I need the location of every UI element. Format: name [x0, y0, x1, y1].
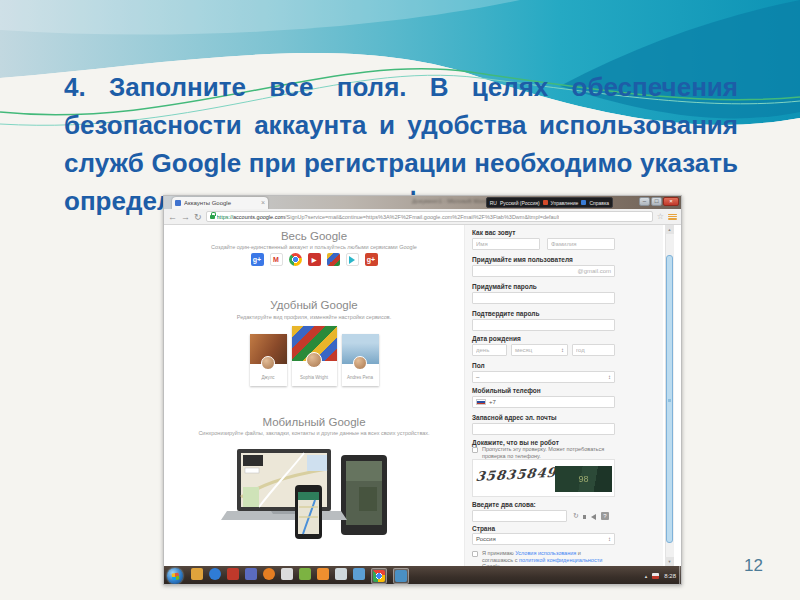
show-desktop-button[interactable] — [679, 566, 682, 585]
taskbar-app-icon[interactable] — [245, 568, 257, 580]
select-arrows-icon: ↕ — [608, 536, 611, 542]
terms-text: Я принимаю Условия использования и согла… — [482, 550, 612, 566]
recovery-email-input[interactable] — [472, 423, 615, 435]
profile-card: Sophia Wright — [292, 326, 337, 386]
google-plus-red-icon: g+ — [365, 253, 378, 266]
country-label: Страна — [472, 525, 495, 532]
tray-expand-icon[interactable]: ▴ — [645, 573, 648, 579]
captcha-audio-icon[interactable] — [591, 514, 596, 520]
password-label: Придумайте пароль — [472, 283, 537, 290]
service-icons-row: g+ M ▶ g+ — [164, 253, 464, 266]
signup-form: Как вас зовут Придумайте имя пользовател… — [464, 225, 663, 566]
profile-name: Джулс — [250, 375, 287, 380]
browser-screenshot: Документ1 - Microsoft Word Аккаунты Goog… — [163, 195, 682, 585]
tray-clock[interactable]: 8:28 — [664, 573, 676, 579]
username-field[interactable]: @gmail.com — [472, 265, 615, 277]
bookmark-star-icon[interactable]: ☆ — [657, 212, 664, 221]
password-input[interactable] — [472, 292, 615, 304]
chrome-menu-icon[interactable] — [668, 213, 677, 221]
profile-card: Andres Pena — [342, 334, 379, 386]
confirm-password-input[interactable] — [472, 319, 615, 331]
terms-prefix: Я принимаю — [482, 550, 515, 556]
phone-value: +7 — [489, 399, 496, 405]
chrome-icon — [289, 253, 302, 266]
section-subtitle-mobile: Синхронизируйте файлы, закладки, контакт… — [164, 430, 464, 437]
reload-icon[interactable]: ↻ — [194, 212, 202, 222]
taskbar-app-icon[interactable] — [191, 568, 203, 580]
russia-flag-icon — [476, 399, 486, 405]
terms-of-use-link[interactable]: Условия использования — [515, 550, 576, 556]
gender-select[interactable]: – ↕ — [472, 371, 615, 383]
taskbar-app-icon[interactable] — [335, 568, 347, 580]
presentation-slide: 4. Заполните все поля. В целях обеспечен… — [0, 0, 800, 600]
month-placeholder: месяц — [515, 347, 532, 353]
address-bar[interactable]: https://accounts.google.com/SignUp?servi… — [206, 211, 653, 222]
photos-icon — [327, 253, 340, 266]
firefox-icon[interactable] — [263, 568, 275, 580]
terms-checkbox[interactable] — [472, 551, 478, 557]
internet-explorer-icon[interactable] — [209, 568, 221, 580]
action-center-flag-icon[interactable] — [652, 573, 659, 579]
taskbar-active-app[interactable] — [393, 568, 409, 584]
taskbar-app-icon[interactable] — [227, 568, 239, 580]
last-name-input[interactable] — [547, 238, 615, 250]
url-path: /SignUp?service=mail&continue=https%3A%2… — [285, 214, 559, 220]
profile-name: Sophia Wright — [292, 375, 337, 380]
devices-illustration — [219, 447, 409, 547]
taskbar-icons — [191, 568, 409, 584]
taskbar-app-icon[interactable] — [281, 568, 293, 580]
start-button[interactable] — [167, 568, 183, 584]
username-label: Придумайте имя пользователя — [472, 256, 573, 263]
select-arrows-icon: ↕ — [608, 374, 611, 380]
scroll-down-icon[interactable]: ▼ — [665, 557, 674, 566]
recovery-email-label: Запасной адрес эл. почты — [472, 414, 557, 421]
section-title-all-google: Весь Google — [164, 230, 464, 242]
taskbar-folder-icon[interactable] — [317, 568, 329, 580]
chrome-taskbar-active[interactable] — [371, 568, 387, 584]
avatar — [353, 356, 367, 370]
tab-close-icon[interactable]: × — [261, 200, 265, 206]
country-value: Россия — [476, 536, 496, 542]
chrome-icon — [373, 570, 385, 582]
google-play-icon — [346, 253, 359, 266]
captcha-help-icon[interactable]: ? — [601, 512, 609, 520]
taskbar-app-icon[interactable] — [353, 568, 365, 580]
privacy-policy-link[interactable]: политикой конфиденциальности — [519, 557, 602, 563]
first-name-input[interactable] — [472, 238, 540, 250]
birthday-label: Дата рождения — [472, 335, 521, 342]
scrollbar-thumb[interactable] — [666, 255, 673, 543]
captcha-photo-image: 98 — [555, 466, 612, 492]
gender-label: Пол — [472, 362, 485, 369]
section-subtitle-convenient: Редактируйте вид профиля, изменяйте наст… — [164, 314, 464, 321]
taskbar-app-icon[interactable] — [299, 568, 311, 580]
birthday-day-input[interactable] — [472, 344, 507, 356]
captcha-input[interactable] — [472, 510, 567, 522]
skip-captcha-text: Пропустить эту проверку. Может потребова… — [482, 446, 610, 459]
captcha-refresh-icon[interactable]: ↻ — [573, 512, 579, 520]
birthday-year-input[interactable] — [572, 344, 615, 356]
browser-toolbar: ← → ↻ https://accounts.google.com/SignUp… — [164, 209, 681, 225]
forward-icon[interactable]: → — [181, 212, 190, 222]
maximize-button[interactable]: □ — [651, 197, 662, 206]
close-button[interactable]: × — [663, 197, 679, 206]
birthday-month-select[interactable]: месяц ↕ — [511, 344, 568, 356]
browser-tab[interactable]: Аккаунты Google × — [172, 197, 268, 209]
back-icon[interactable]: ← — [168, 212, 177, 222]
robot-label: Докажите, что вы не робот — [472, 439, 559, 446]
avatar — [306, 352, 322, 368]
language-tool-label: Управление — [551, 200, 579, 206]
minimize-button[interactable]: – — [639, 197, 650, 206]
youtube-icon: ▶ — [308, 253, 321, 266]
language-bar[interactable]: RU Русский (Россия) Управление Справка — [486, 197, 613, 208]
section-title-mobile: Мобильный Google — [164, 416, 464, 428]
profile-name: Andres Pena — [342, 375, 379, 380]
scroll-up-icon[interactable]: ▲ — [665, 225, 674, 234]
select-arrows-icon: ↕ — [561, 347, 564, 353]
gmail-icon: M — [270, 253, 283, 266]
skip-captcha-checkbox[interactable] — [472, 447, 478, 453]
country-select[interactable]: Россия ↕ — [472, 533, 615, 545]
phone-field[interactable]: +7 — [472, 396, 615, 408]
username-input[interactable] — [476, 268, 557, 274]
url-host: accounts.google.com — [233, 214, 285, 220]
tab-title: Аккаунты Google — [184, 200, 259, 206]
